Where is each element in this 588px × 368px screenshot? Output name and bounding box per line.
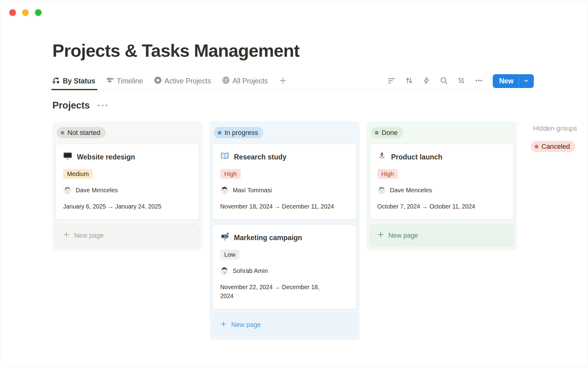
card-title-text: Marketing campaign: [234, 234, 302, 242]
priority-badge: Low: [220, 250, 239, 259]
tab-timeline[interactable]: Timeline: [106, 72, 143, 90]
star-circle-icon: [154, 76, 162, 86]
card-research-study[interactable]: Research study High Maxi Tommasi: [213, 144, 356, 220]
new-button[interactable]: New: [493, 74, 534, 88]
group-label: Canceled: [541, 143, 570, 151]
card-marketing-campaign[interactable]: Marketing campaign Low Sohrab Amin: [213, 224, 356, 309]
hidden-group-canceled[interactable]: Canceled: [531, 141, 575, 152]
search-button[interactable]: [440, 76, 448, 86]
automations-button[interactable]: [422, 76, 431, 86]
date-range: October 7, 2024 → October 11, 2024: [377, 202, 506, 211]
status-dot: [218, 131, 221, 135]
priority-badge: Medium: [63, 169, 93, 179]
section-title: Projects: [52, 100, 90, 111]
column-in-progress: In progress Research study High: [209, 121, 360, 340]
avatar: [220, 186, 229, 194]
tab-label: Timeline: [117, 77, 143, 85]
more-options-button[interactable]: [475, 76, 483, 86]
group-header-not-started[interactable]: Not started: [57, 127, 106, 138]
new-page-button-done[interactable]: New page: [370, 224, 514, 247]
plus-icon: [377, 231, 384, 240]
more-icon: [475, 76, 483, 86]
search-icon: [440, 76, 448, 86]
filter-icon: [387, 76, 396, 86]
assignee-name: Sohrab Amin: [233, 267, 268, 274]
card-title-text: Product launch: [391, 153, 442, 161]
assignee-name: Dave Menceles: [390, 187, 432, 194]
timeline-icon: [106, 76, 114, 86]
group-label: Not started: [67, 129, 100, 137]
tab-active-projects[interactable]: Active Projects: [154, 72, 211, 90]
hidden-groups-label: Hidden groups: [533, 125, 588, 132]
status-dot: [535, 145, 538, 148]
zoom-button[interactable]: [35, 9, 42, 16]
lightning-icon: [422, 76, 431, 86]
globe-icon: [222, 76, 230, 86]
plus-icon: [279, 76, 287, 86]
page-title: Projects & Tasks Management: [52, 40, 588, 61]
card-product-launch[interactable]: Product launch High Dave Menceles: [370, 144, 514, 220]
date-range: January 6, 2025 → January 24, 2025: [63, 202, 192, 211]
avatar: [63, 186, 72, 194]
tab-by-status[interactable]: By Status: [52, 72, 95, 90]
minimize-button[interactable]: [22, 9, 29, 16]
status-dot: [61, 131, 64, 135]
group-header-in-progress[interactable]: In progress: [214, 127, 263, 138]
view-tab-bar: By Status Timeline Active Project: [52, 72, 534, 90]
assignee-name: Dave Menceles: [76, 187, 118, 194]
plus-icon: [63, 231, 70, 240]
new-page-label: New page: [231, 321, 261, 329]
kanban-board: Not started Website redesign Medium: [52, 121, 588, 340]
sort-button[interactable]: [405, 76, 413, 86]
card-title-text: Research study: [234, 153, 286, 161]
status-dot: [375, 131, 379, 135]
view-controls: New: [387, 74, 534, 88]
group-header-done[interactable]: Done: [371, 127, 403, 138]
window-controls: [9, 9, 42, 16]
new-page-button-not-started[interactable]: New page: [55, 224, 199, 247]
chevron-down-icon: [523, 78, 529, 85]
expand-icon: [457, 76, 466, 86]
tab-label: Active Projects: [164, 77, 211, 85]
filter-button[interactable]: [387, 76, 396, 86]
view-tabs: By Status Timeline Active Project: [52, 72, 287, 90]
hidden-groups-panel: Hidden groups Canceled: [530, 121, 588, 152]
new-button-label: New: [493, 77, 519, 85]
section-options-button[interactable]: [97, 103, 108, 108]
avatar: [377, 186, 386, 194]
assignee-name: Maxi Tommasi: [233, 187, 272, 194]
status-icon: [52, 76, 60, 86]
close-button[interactable]: [9, 9, 16, 16]
card-title-text: Website redesign: [77, 153, 135, 161]
priority-badge: High: [377, 169, 398, 179]
column-done: Done Product launch H: [367, 121, 517, 250]
card-website-redesign[interactable]: Website redesign Medium Dave Menceles: [55, 144, 199, 220]
plus-icon: [220, 320, 227, 330]
priority-badge: High: [220, 169, 241, 179]
tab-label: By Status: [63, 77, 95, 85]
sort-icon: [405, 76, 413, 86]
open-book-emoji: [220, 151, 229, 163]
mailbox-emoji: [220, 232, 229, 243]
new-page-label: New page: [74, 232, 104, 240]
expand-button[interactable]: [457, 76, 466, 86]
date-range: November 22, 2024 → December 18, 2024: [220, 283, 334, 300]
rocket-emoji: [377, 151, 386, 163]
avatar: [220, 266, 229, 275]
tab-all-projects[interactable]: All Projects: [222, 72, 268, 90]
page-content: Projects & Tasks Management By Status: [52, 0, 588, 340]
group-label: Done: [382, 129, 398, 137]
column-not-started: Not started Website redesign Medium: [52, 121, 202, 250]
tab-label: All Projects: [232, 77, 268, 85]
group-label: In progress: [224, 129, 258, 137]
desktop-computer-emoji: [63, 151, 72, 163]
app-window: Projects & Tasks Management By Status: [0, 0, 588, 368]
new-page-button-in-progress[interactable]: New page: [213, 314, 356, 336]
new-page-label: New page: [388, 232, 418, 240]
date-range: November 18, 2024 → December 11, 2024: [220, 202, 349, 211]
add-view-button[interactable]: [279, 76, 287, 86]
board-section-header: Projects: [52, 100, 588, 111]
new-dropdown-button[interactable]: [519, 78, 534, 85]
